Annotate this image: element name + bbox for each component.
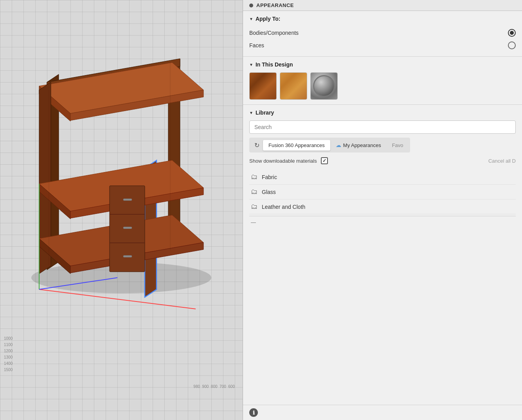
in-this-design-triangle: ▼ [249,63,253,67]
leather-folder-icon: 🗂 [251,203,258,211]
svg-rect-19 [123,227,132,229]
header-dot [249,4,253,7]
folder-glass[interactable]: 🗂 Glass [249,185,516,199]
right-panel: APPEARANCE ▼ Apply To: Bodies/Components… [243,0,522,420]
tab-fusion360[interactable]: Fusion 360 Appearances [263,140,330,151]
svg-rect-18 [123,199,132,201]
library-divider [249,216,516,216]
cancel-all-label: Cancel all D [488,158,516,164]
dark-wood-preview [250,73,276,99]
leather-label: Leather and Cloth [262,204,305,210]
library-tabs-row: ↻ Fusion 360 Appearances ☁ My Appearance… [249,138,410,153]
my-appearances-label: My Appearances [343,142,381,148]
furniture-3d [8,31,235,313]
downloadable-row: Show downloadable materials Cancel all D [249,157,516,164]
apply-to-faces-row[interactable]: Faces [249,39,516,52]
glass-folder-icon: 🗂 [251,188,258,196]
info-button[interactable]: ℹ [249,408,258,417]
material-light-wood[interactable] [280,72,307,100]
in-this-design-section: ▼ In This Design [243,57,522,105]
library-header: ▼ Library [249,109,516,116]
downloadable-checkbox[interactable] [321,157,328,164]
apply-to-section: ▼ Apply To: Bodies/Components Faces [243,11,522,57]
library-triangle: ▼ [249,111,253,115]
refresh-button[interactable]: ↻ [250,139,263,151]
glass-label: Glass [262,189,276,195]
apply-to-bodies-row[interactable]: Bodies/Components [249,27,516,39]
cloud-icon: ☁ [336,142,341,148]
panel-header: APPEARANCE [243,0,522,11]
ruler-left: 1000 1100 1200 1300 1400 1500 [4,336,13,373]
bodies-components-label: Bodies/Components [249,30,299,36]
ruler-bottom: 980 900 800 700 600 [193,384,235,389]
light-wood-preview [280,73,307,99]
tab-my-appearances[interactable]: ☁ My Appearances [330,140,387,151]
bodies-components-radio[interactable] [508,29,516,37]
folder-leather[interactable]: 🗂 Leather and Cloth [249,199,516,214]
bottom-bar: ℹ [243,405,522,420]
in-this-design-header: ▼ In This Design [249,61,516,68]
panel-title: APPEARANCE [256,2,294,8]
viewport[interactable]: 1000 1100 1200 1300 1400 1500 980 900 80… [0,0,243,420]
metal-preview [311,73,337,99]
faces-label: Faces [249,42,264,48]
library-section: ▼ Library ↻ Fusion 360 Appearances ☁ My … [243,105,522,405]
svg-rect-20 [123,255,132,257]
materials-row [249,72,516,100]
fabric-label: Fabric [262,174,277,180]
apply-to-title: Apply To: [256,16,281,22]
apply-to-header: ▼ Apply To: [249,16,516,22]
fabric-folder-icon: 🗂 [251,173,258,181]
in-this-design-title: In This Design [256,61,293,68]
folder-fabric[interactable]: 🗂 Fabric [249,170,516,185]
faces-radio[interactable] [508,41,516,49]
search-input[interactable] [249,120,516,134]
apply-to-triangle: ▼ [249,17,253,21]
library-title: Library [256,109,274,116]
material-metal[interactable] [310,72,338,100]
tab-favorites[interactable]: Favo [387,140,409,151]
material-dark-wood[interactable] [249,72,277,100]
divider-dash: — [249,218,516,227]
downloadable-label: Show downloadable materials [249,158,317,164]
